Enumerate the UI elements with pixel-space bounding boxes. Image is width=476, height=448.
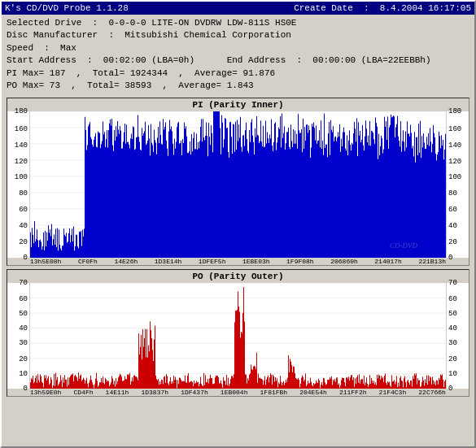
pi-y-axis-right: 180 160 140 120 100 80 60 40 20 0 bbox=[446, 111, 469, 258]
speed-line: Speed : Max bbox=[7, 42, 469, 54]
po-chart-area: 70 60 50 40 30 20 10 0 CD-DVD 70 60 50 4… bbox=[7, 283, 469, 389]
pi-canvas-area: CD-DVD bbox=[30, 111, 446, 258]
main-window: K's CD/DVD Probe 1.1.28 Create Date : 8.… bbox=[0, 0, 476, 448]
po-y-axis-left: 70 60 50 40 30 20 10 0 bbox=[7, 283, 30, 389]
pi-chart-title: PI (Parity Inner) bbox=[7, 98, 469, 111]
create-date: Create Date : 8.4.2004 16:17:05 bbox=[294, 3, 471, 13]
po-chart-container: PO (Parity Outer) 70 60 50 40 30 20 10 0… bbox=[7, 269, 469, 397]
info-panel: Selected Drive : 0-0-0-0 LITE-ON DVDRW L… bbox=[2, 15, 474, 94]
pi-y-axis-left: 180 160 140 120 100 80 60 40 20 0 bbox=[7, 111, 30, 258]
pi-x-labels: 13h5E08h CF0Fh 14E26h 1D3E14h 1DFEF5h 1E… bbox=[7, 258, 469, 265]
pi-chart-area: 180 160 140 120 100 80 60 40 20 0 CD-DVD… bbox=[7, 111, 469, 258]
pi-chart-container: PI (Parity Inner) 180 160 140 120 100 80… bbox=[7, 98, 469, 266]
app-title: K's CD/DVD Probe 1.1.28 bbox=[5, 3, 129, 13]
po-x-labels: 13h59E0h CD4Fh 14E11h 1D3837h 1DF437h 1E… bbox=[7, 389, 469, 396]
pi-watermark: CD-DVD bbox=[390, 241, 417, 250]
po-canvas-area: CD-DVD bbox=[30, 283, 446, 389]
pi-stats-line: PI Max= 187 , Total= 1924344 , Average= … bbox=[7, 67, 469, 80]
address-line: Start Address : 00:02:00 (LBA=0h) End Ad… bbox=[7, 54, 469, 67]
po-canvas bbox=[30, 283, 446, 389]
po-stats-line: PO Max= 73 , Total= 38593 , Average= 1.8… bbox=[7, 80, 469, 92]
pi-canvas bbox=[30, 111, 446, 258]
po-watermark: CD-DVD bbox=[390, 372, 417, 381]
po-y-axis-right: 70 60 50 40 30 20 10 0 bbox=[446, 283, 469, 389]
manufacturer-line: Disc Manufacturer : Mitsubishi Chemical … bbox=[7, 29, 469, 41]
title-bar: K's CD/DVD Probe 1.1.28 Create Date : 8.… bbox=[2, 2, 474, 15]
po-chart-title: PO (Parity Outer) bbox=[7, 270, 469, 283]
drive-line: Selected Drive : 0-0-0-0 LITE-ON DVDRW L… bbox=[7, 17, 469, 29]
